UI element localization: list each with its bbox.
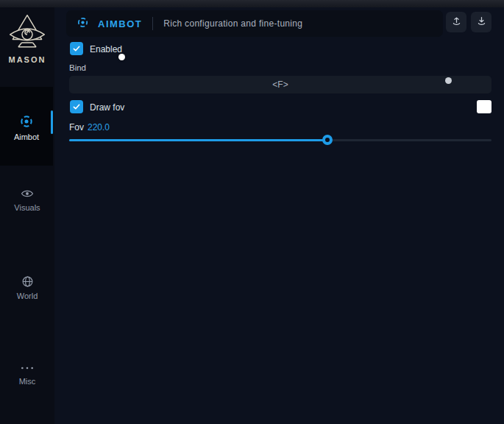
sidebar-item-label: Visuals [0,203,54,212]
sidebar-item-misc[interactable]: Misc [0,363,54,386]
window-top-strip [0,0,504,7]
cursor-dot [118,54,125,60]
fov-slider-fill [69,139,327,141]
crosshair-icon [0,114,53,129]
page-header: AIMBOT Rich configuration and fine-tunin… [66,10,443,37]
enabled-checkbox[interactable] [70,42,83,55]
sidebar: MASON Aimbot Visuals [0,7,54,424]
globe-icon [0,275,54,288]
page-subtitle: Rich configuration and fine-tuning [163,18,302,29]
active-tab-accent-bar [51,110,53,134]
gray-dot [445,77,452,84]
upload-icon [451,15,462,29]
upload-config-button[interactable] [446,12,466,32]
header-divider [152,17,153,30]
bind-input[interactable]: <F> [69,76,491,93]
ellipsis-icon [0,363,54,373]
fov-value: 220.0 [88,122,110,132]
page-title: AIMBOT [98,18,142,29]
eye-icon [0,188,54,199]
fov-slider[interactable] [69,135,491,145]
check-icon [72,44,81,53]
fov-label: Fov [69,122,84,132]
sidebar-item-label: Aimbot [0,132,53,141]
sidebar-item-world[interactable]: World [0,275,54,300]
draw-fov-checkbox[interactable] [70,100,83,113]
enabled-label: Enabled [90,44,122,54]
bind-label: Bind [69,63,86,72]
app-window: MASON Aimbot Visuals [0,0,504,424]
sidebar-item-aimbot[interactable]: Aimbot [0,87,53,166]
draw-fov-label: Draw fov [90,102,124,113]
download-icon [476,15,487,29]
check-icon [72,102,81,111]
sidebar-item-label: Misc [0,377,54,386]
download-config-button[interactable] [471,12,491,32]
sidebar-item-visuals[interactable]: Visuals [0,188,54,212]
brand-logo: MASON [0,13,54,64]
draw-fov-color-swatch[interactable] [477,100,491,113]
brand-name: MASON [0,55,54,64]
crosshair-icon [77,16,89,32]
fov-value-line: Fov220.0 [69,122,110,132]
fov-slider-thumb[interactable] [322,135,333,145]
all-seeing-eye-icon [0,13,54,53]
sidebar-item-label: World [0,292,54,300]
